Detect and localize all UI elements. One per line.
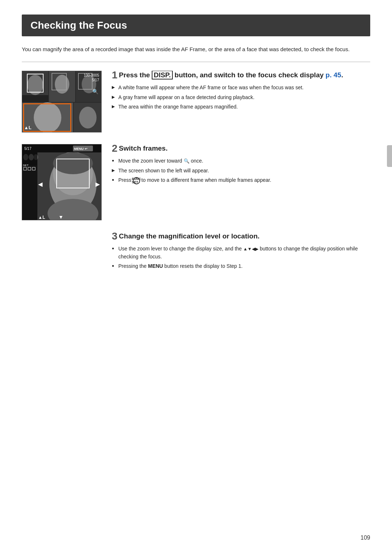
step2-photo-svg: 5/17 MENU ↩ SET ◀ — [22, 144, 102, 220]
step3-heading-text: Change the magnification level or locati… — [119, 232, 260, 240]
step1-photo-svg — [22, 71, 102, 132]
scroll-hint — [387, 145, 392, 167]
svg-point-11 — [79, 107, 97, 128]
step1-text-col: 1 Press the DISP. button, and switch to … — [112, 71, 370, 113]
screen1-faces: 100-0005 5/17 🔍 ▲L — [22, 71, 101, 132]
step2-heading: 2 Switch frames. — [112, 144, 370, 154]
magnify-icon: 🔍 — [184, 158, 189, 164]
svg-rect-3 — [22, 95, 48, 102]
menu-word: MENU — [148, 263, 163, 269]
intro-text: You can magnify the area of a recorded i… — [22, 45, 370, 54]
svg-rect-31 — [22, 152, 37, 220]
step1-bullets: A white frame will appear where the AF f… — [112, 84, 370, 111]
step1-heading: 1 Press the DISP. button, and switch to … — [112, 71, 370, 80]
content-area: 100-0005 5/17 🔍 ▲L 1 Press the DI — [22, 71, 370, 272]
svg-text:◀: ◀ — [38, 181, 43, 187]
step3-number: 3 — [112, 232, 118, 241]
title-bar: Checking the Focus — [22, 15, 370, 36]
step3-heading: 3 Change the magnification level or loca… — [112, 232, 370, 241]
svg-text:▶: ▶ — [95, 181, 100, 187]
arrows-icon: ▲▼◀▶ — [243, 246, 258, 252]
step3-row: 3 Change the magnification level or loca… — [22, 232, 370, 272]
step2-bullet1: Move the zoom lever toward 🔍 once. — [112, 157, 370, 165]
step3-bullet1: Use the zoom lever to change the display… — [112, 245, 370, 261]
step1-bullet2: A gray frame will appear on a face detec… — [112, 94, 370, 102]
svg-text:SET: SET — [23, 164, 29, 167]
disp-label: DISP. — [152, 71, 172, 79]
page-container: Checking the Focus You can magnify the a… — [0, 0, 392, 294]
svg-point-5 — [55, 75, 69, 94]
svg-text:MENU ↩: MENU ↩ — [74, 147, 87, 151]
step2-text-col: 2 Switch frames. Move the zoom lever tow… — [112, 144, 370, 186]
step3-text-col: 3 Change the magnification level or loca… — [112, 232, 370, 272]
svg-text:5/17: 5/17 — [24, 147, 32, 151]
step2-bullet2: The screen shown to the left will appear… — [112, 167, 370, 175]
page-number: 109 — [360, 535, 370, 541]
step1-bullet1: A white frame will appear where the AF f… — [112, 84, 370, 92]
svg-point-7 — [82, 75, 96, 93]
svg-point-9 — [34, 102, 61, 132]
svg-text:▼: ▼ — [58, 214, 64, 220]
step1-image-col: 100-0005 5/17 🔍 ▲L — [22, 71, 102, 132]
step2-row: 5/17 MENU ↩ SET ◀ — [22, 144, 370, 220]
step3-bullets: Use the zoom lever to change the display… — [112, 245, 370, 270]
divider — [22, 62, 370, 62]
step1-camera-screen: 100-0005 5/17 🔍 ▲L — [22, 71, 102, 132]
step1-number: 1 — [112, 71, 118, 80]
svg-point-20 — [53, 152, 93, 174]
page-title: Checking the Focus — [30, 20, 362, 31]
step2-camera-screen: 5/17 MENU ↩ SET ◀ — [22, 144, 102, 220]
step1-page-link[interactable]: p. 45 — [326, 71, 341, 79]
step2-bullets: Move the zoom lever toward 🔍 once. The s… — [112, 157, 370, 184]
step2-image-col: 5/17 MENU ↩ SET ◀ — [22, 144, 102, 220]
step2-bullet3: Press FUNCSET to move to a different fra… — [112, 176, 370, 184]
step2-heading-text: Switch frames. — [119, 144, 168, 152]
svg-text:▲L: ▲L — [38, 215, 45, 220]
step1-bullet3: The area within the orange frame appears… — [112, 103, 370, 111]
step2-number: 2 — [112, 144, 118, 154]
step3-bullet2: Pressing the MENU button resets the disp… — [112, 262, 370, 270]
func-set-icon: FUNCSET — [133, 177, 140, 184]
step1-row: 100-0005 5/17 🔍 ▲L 1 Press the DI — [22, 71, 370, 132]
